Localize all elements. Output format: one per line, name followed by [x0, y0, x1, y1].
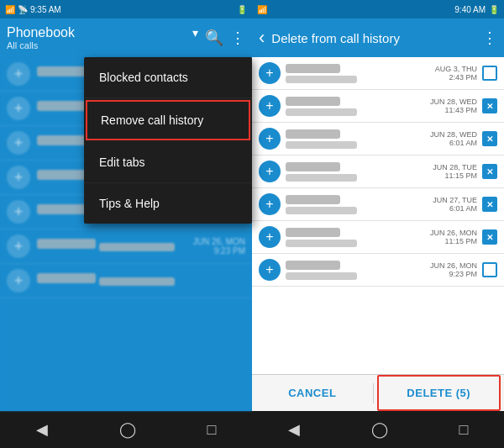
home-button[interactable]: ◯	[113, 414, 143, 445]
list-item: + JUN 28, TUE11:15 PM	[252, 155, 504, 188]
add-contact-button[interactable]: +	[7, 62, 30, 86]
status-icons-right: 🔋	[237, 5, 247, 14]
add-contact-button[interactable]: +	[259, 161, 281, 182]
signal-icon: 📡	[18, 5, 28, 14]
call-info	[286, 195, 428, 214]
left-top-bar: Phonebook ▾ All calls 🔍 ⋮	[0, 18, 252, 57]
caller-name	[286, 195, 340, 204]
add-contact-button[interactable]: +	[7, 235, 30, 258]
add-contact-button[interactable]: +	[7, 131, 30, 155]
add-contact-button[interactable]: +	[259, 259, 281, 281]
menu-item-tips[interactable]: Tips & Help	[84, 183, 252, 224]
select-checkbox[interactable]	[482, 262, 497, 277]
add-contact-button[interactable]: +	[259, 62, 281, 84]
more-options-icon[interactable]: ⋮	[230, 29, 245, 47]
caller-number	[286, 272, 357, 280]
recent-apps-button[interactable]: □	[201, 414, 223, 445]
list-item: + JUN 27, TUE6:01 AM	[252, 188, 504, 221]
app-subtitle: All calls	[7, 40, 198, 50]
right-home-button[interactable]: ◯	[365, 414, 395, 445]
caller-number	[286, 174, 357, 182]
wifi-icon: 📶	[5, 5, 15, 14]
add-contact-button[interactable]: +	[259, 128, 281, 150]
caller-name	[286, 97, 340, 106]
left-title-group: Phonebook ▾ All calls	[7, 25, 198, 50]
select-checkbox[interactable]	[482, 131, 497, 146]
right-status-left: 📶	[257, 5, 267, 14]
action-bar-divider	[373, 383, 374, 403]
call-date: JUN 26, MON11:15 PM	[430, 229, 477, 245]
call-date: AUG 3, THU2:43 PM	[435, 65, 477, 82]
list-item: + JUN 28, WED6:01 AM	[252, 123, 504, 155]
battery-icon: 🔋	[237, 5, 247, 14]
add-contact-button[interactable]: +	[259, 226, 281, 248]
right-back-button[interactable]: ◀	[281, 414, 307, 445]
right-bottom-nav: ◀ ◯ □	[252, 411, 504, 448]
left-bottom-nav: ◀ ◯ □	[0, 411, 252, 448]
select-checkbox[interactable]	[482, 229, 497, 245]
call-date: JUN 28, WED11:43 PM	[430, 98, 477, 114]
right-status-bar: 📶 9:40 AM 🔋	[252, 0, 504, 18]
call-date: JUN 28, TUE11:15 PM	[433, 163, 477, 180]
caller-number	[286, 240, 357, 247]
menu-item-blocked[interactable]: Blocked contacts	[84, 57, 252, 98]
caller-name	[286, 64, 340, 73]
context-menu: Blocked contacts Remove call history Edi…	[84, 57, 252, 224]
add-contact-button[interactable]: +	[7, 166, 30, 189]
call-date: JUN 27, TUE6:01 AM	[433, 196, 477, 213]
call-info	[286, 129, 425, 149]
right-panel: 📶 9:40 AM 🔋 ‹ Delete from call history ⋮…	[252, 0, 504, 448]
select-checkbox[interactable]	[482, 66, 497, 81]
call-date: JUN 26, MON9:23 PM	[193, 237, 245, 256]
left-status-bar: 📶 📡 9:35 AM 🔋	[0, 0, 252, 18]
call-date: JUN 26, MON9:23 PM	[430, 261, 477, 278]
left-panel: 📶 📡 9:35 AM 🔋 Phonebook ▾ All calls 🔍 ⋮ …	[0, 0, 252, 448]
caller-number	[286, 141, 357, 149]
right-call-list: + AUG 3, THU2:43 PM + JUN 28, WED11:43 P…	[252, 57, 504, 374]
add-contact-button[interactable]: +	[7, 97, 30, 120]
right-more-options-icon[interactable]: ⋮	[482, 29, 497, 47]
call-info	[286, 64, 430, 83]
list-item: + JUN 28, WED11:43 PM	[252, 90, 504, 123]
list-item: + AUG 3, THU2:43 PM	[252, 57, 504, 90]
call-date: JUN 28, WED6:01 AM	[430, 130, 477, 147]
list-item: +	[0, 264, 252, 298]
select-checkbox[interactable]	[482, 164, 497, 179]
back-button[interactable]: ◀	[29, 414, 55, 445]
right-time: 9:40 AM	[454, 5, 486, 14]
caller-number	[286, 108, 357, 116]
list-item: + JUN 26, MON11:15 PM	[252, 221, 504, 254]
dropdown-arrow-icon[interactable]: ▾	[192, 26, 198, 40]
right-screen-title: Delete from call history	[271, 31, 475, 45]
caller-name	[286, 129, 340, 139]
call-info	[286, 228, 425, 247]
time-left: 9:35 AM	[30, 5, 61, 14]
caller-name	[286, 228, 340, 237]
add-contact-button[interactable]: +	[259, 95, 281, 117]
right-top-bar: ‹ Delete from call history ⋮	[252, 18, 504, 57]
action-bar: CANCEL DELETE (5)	[252, 374, 504, 411]
add-contact-button[interactable]: +	[7, 269, 30, 293]
caller-name	[37, 239, 96, 249]
caller-number	[286, 76, 357, 83]
menu-item-edit-tabs[interactable]: Edit tabs	[84, 142, 252, 183]
select-checkbox[interactable]	[482, 197, 497, 212]
call-info	[286, 261, 425, 280]
menu-item-remove-history[interactable]: Remove call history	[86, 100, 250, 140]
right-recent-button[interactable]: □	[453, 414, 475, 445]
status-icons-left: 📶 📡 9:35 AM	[5, 5, 61, 14]
app-title: Phonebook	[7, 25, 191, 40]
add-contact-button[interactable]: +	[259, 193, 281, 215]
delete-button[interactable]: DELETE (5)	[377, 375, 501, 411]
list-item: + JUN 26, MON9:23 PM	[252, 254, 504, 287]
caller-number	[99, 277, 175, 286]
back-arrow-icon[interactable]: ‹	[259, 27, 265, 49]
right-network-icon: 📶	[257, 5, 267, 14]
cancel-button[interactable]: CANCEL	[252, 375, 373, 411]
search-icon[interactable]: 🔍	[205, 29, 223, 47]
add-contact-button[interactable]: +	[7, 200, 30, 224]
caller-number	[286, 207, 357, 214]
right-status-right: 9:40 AM 🔋	[454, 5, 499, 14]
call-info	[286, 97, 425, 116]
select-checkbox[interactable]	[482, 98, 497, 113]
